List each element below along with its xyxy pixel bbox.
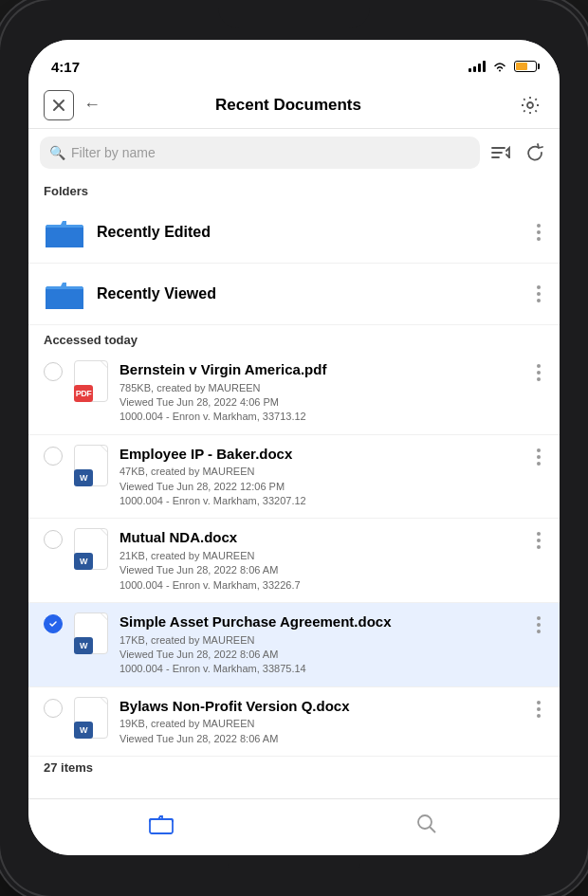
dot (537, 292, 541, 296)
svg-rect-8 (46, 228, 83, 247)
settings-button[interactable] (516, 91, 544, 119)
file-info-simple-asset: Simple Asset Purchase Agreement.docx 17K… (119, 613, 533, 677)
file-name-bylaws: Bylaws Non-Profit Version Q.docx (119, 697, 533, 716)
svg-point-12 (418, 815, 432, 829)
wifi-icon (492, 61, 507, 72)
file-name-employee-ip: Employee IP - Baker.docx (119, 445, 533, 464)
file-radio-bylaws[interactable] (44, 699, 63, 718)
file-type-badge-docx-3: W (74, 637, 93, 654)
dot (537, 299, 541, 302)
file-radio-mutual-nda[interactable] (44, 530, 63, 549)
file-name-mutual-nda: Mutual NDA.docx (119, 528, 533, 547)
tab-search[interactable] (389, 814, 465, 834)
file-item-bernstein[interactable]: PDF Bernstein v Virgin America.pdf 785KB… (28, 351, 560, 435)
home-indicator (228, 863, 360, 868)
folder-name-recently-edited: Recently Edited (97, 224, 533, 241)
file-type-badge-docx-4: W (74, 722, 93, 739)
file-info-bylaws: Bylaws Non-Profit Version Q.docx 19KB, c… (119, 697, 533, 746)
svg-rect-10 (46, 289, 83, 309)
file-type-badge-pdf: PDF (74, 385, 93, 402)
search-tab-icon (416, 814, 437, 834)
screen: 4:17 (28, 40, 560, 855)
page-title: Recent Documents (61, 96, 516, 115)
file-radio-simple-asset[interactable] (44, 614, 63, 633)
status-bar: 4:17 (28, 40, 560, 82)
dot (537, 237, 541, 241)
items-count: 27 items (28, 757, 560, 778)
svg-point-2 (527, 102, 533, 108)
folder-icon-wrap (44, 273, 85, 315)
file-info-employee-ip: Employee IP - Baker.docx 47KB, created b… (119, 445, 533, 509)
files-tab-icon (149, 814, 174, 834)
signal-icon (469, 61, 486, 72)
folder-more-button-recently-edited[interactable] (533, 220, 544, 245)
folder-icon-wrap (44, 211, 85, 253)
dot (537, 285, 541, 289)
notch (218, 0, 370, 28)
file-meta-simple-asset: 17KB, created by MAUREEN Viewed Tue Jun … (119, 633, 533, 677)
file-info-mutual-nda: Mutual NDA.docx 21KB, created by MAUREEN… (119, 528, 533, 593)
file-icon-wrap-bernstein: PDF (72, 360, 110, 404)
sort-icon (490, 144, 511, 161)
tab-files[interactable] (123, 814, 199, 834)
sort-button[interactable] (487, 139, 514, 166)
checkmark-icon (48, 619, 58, 629)
refresh-icon (525, 143, 544, 162)
file-icon-wrap-employee-ip: W (72, 445, 110, 488)
content-area: Folders Recently Edited (28, 176, 560, 798)
file-more-button-mutual-nda[interactable] (533, 528, 544, 553)
file-item-employee-ip[interactable]: W Employee IP - Baker.docx 47KB, created… (28, 435, 560, 520)
folders-section-header: Folders (28, 176, 560, 202)
file-meta-employee-ip: 47KB, created by MAUREEN Viewed Tue Jun … (119, 465, 533, 508)
file-more-button-employee-ip[interactable] (533, 445, 544, 469)
accessed-today-header: Accessed today (28, 325, 560, 351)
tab-bar (28, 798, 560, 855)
battery-icon (514, 61, 537, 72)
search-icon: 🔍 (49, 145, 65, 160)
file-meta-mutual-nda: 21KB, created by MAUREEN Viewed Tue Jun … (119, 549, 533, 593)
dot (537, 230, 541, 234)
file-name-simple-asset: Simple Asset Purchase Agreement.docx (119, 613, 533, 631)
phone-frame: 4:17 (0, 0, 588, 896)
file-icon-wrap-bylaws: W (72, 697, 110, 741)
search-placeholder: Filter by name (71, 145, 156, 160)
file-info-bernstein: Bernstein v Virgin America.pdf 785KB, cr… (119, 360, 533, 425)
svg-line-13 (430, 827, 435, 832)
folder-more-button-recently-viewed[interactable] (533, 282, 544, 306)
folder-icon (46, 217, 83, 247)
file-meta-bernstein: 785KB, created by MAUREEN Viewed Tue Jun… (119, 381, 533, 425)
file-more-button-bylaws[interactable] (533, 697, 544, 722)
file-item-simple-asset[interactable]: W Simple Asset Purchase Agreement.docx 1… (28, 603, 560, 687)
file-type-badge-docx-2: W (74, 553, 93, 570)
file-radio-bernstein[interactable] (44, 362, 63, 381)
search-input-wrap[interactable]: 🔍 Filter by name (40, 137, 480, 169)
folder-icon (46, 279, 83, 309)
folder-name-recently-viewed: Recently Viewed (97, 285, 533, 302)
file-more-button-bernstein[interactable] (533, 360, 544, 385)
file-item-bylaws[interactable]: W Bylaws Non-Profit Version Q.docx 19KB,… (28, 687, 560, 757)
svg-rect-11 (150, 819, 173, 833)
file-more-button-simple-asset[interactable] (533, 613, 544, 637)
gear-icon (520, 95, 541, 116)
file-item-mutual-nda[interactable]: W Mutual NDA.docx 21KB, created by MAURE… (28, 519, 560, 603)
file-type-badge-docx: W (74, 469, 93, 486)
file-icon-wrap-simple-asset: W (72, 613, 110, 656)
folder-item-recently-edited[interactable]: Recently Edited (28, 202, 560, 264)
nav-bar: ← Recent Documents (28, 82, 560, 129)
refresh-button[interactable] (522, 139, 548, 166)
folder-item-recently-viewed[interactable]: Recently Viewed (28, 264, 560, 325)
file-radio-employee-ip[interactable] (44, 447, 63, 466)
file-icon-wrap-mutual-nda: W (72, 528, 110, 572)
search-bar: 🔍 Filter by name (28, 129, 560, 176)
dot (537, 224, 541, 228)
status-icons (469, 61, 537, 72)
file-meta-bylaws: 19KB, created by MAUREEN Viewed Tue Jun … (119, 717, 533, 746)
status-time: 4:17 (51, 59, 80, 75)
file-name-bernstein: Bernstein v Virgin America.pdf (119, 360, 533, 379)
